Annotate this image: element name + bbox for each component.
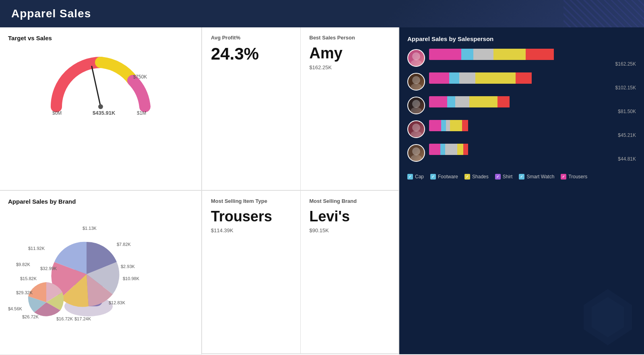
most-selling-item-label: Most Selling Item Type (211, 198, 291, 204)
avg-profit-label: Avg Profit% (211, 35, 291, 41)
avg-profit-card: Avg Profit% 24.3% (202, 27, 301, 190)
svg-point-27 (412, 100, 420, 108)
best-salesperson-name: Amy (310, 45, 390, 62)
bar-container: $162.25K (429, 49, 636, 67)
best-salesperson-card: Best Sales Person Amy $162.25K (301, 27, 399, 190)
left-panels: Target vs Sales $750K $0M (0, 27, 202, 354)
pie-chart-area: $1.13K $7.82K $10.98K $12.83K $2.93K $11… (8, 210, 193, 322)
pie-svg: $1.13K $7.82K $10.98K $12.83K $2.93K $11… (8, 210, 193, 322)
stacked-bar (429, 96, 636, 107)
svg-text:$7.82K: $7.82K (117, 242, 131, 247)
legend-label: Footware (438, 174, 458, 180)
salesperson-row: $102.15K (407, 72, 636, 91)
bar-segment (447, 96, 455, 107)
svg-point-30 (411, 131, 422, 137)
bar-segment (441, 120, 446, 131)
bar-segment (455, 96, 469, 107)
most-selling-item-sub: $114.39K (211, 227, 291, 233)
stacked-bar (429, 120, 636, 131)
svg-text:$26.72K: $26.72K (22, 314, 39, 319)
brand-sales-title: Apparel Sales by Brand (8, 198, 193, 205)
svg-text:$11.92K: $11.92K (28, 246, 45, 251)
bar-segment (429, 144, 440, 155)
svg-point-25 (412, 76, 420, 84)
bar-segment (469, 96, 497, 107)
svg-point-32 (411, 155, 422, 161)
svg-text:$750K: $750K (133, 74, 147, 80)
bar-segment (450, 120, 462, 131)
bar-segment (445, 144, 457, 155)
stacked-bar (429, 49, 636, 60)
bar-container: $102.15K (429, 72, 636, 91)
svg-point-28 (411, 107, 422, 114)
svg-point-23 (412, 52, 420, 60)
salesperson-value: $44.81K (429, 156, 636, 162)
legend-item: ✓Shades (464, 174, 489, 180)
right-panel: Apparel Sales by Salesperson $162.25K$10… (399, 27, 644, 354)
legend-item: ✓Trousers (561, 174, 587, 180)
legend: ✓Cap✓Footware✓Shades✓Shirt✓Smart Watch✓T… (407, 174, 636, 180)
avatar (407, 144, 425, 162)
legend-item: ✓Cap (407, 174, 424, 180)
legend-check: ✓ (495, 174, 501, 180)
svg-line-1 (92, 66, 101, 107)
bar-segment (526, 49, 554, 60)
bar-container: $45.21K (429, 120, 636, 138)
avatar (407, 97, 425, 114)
bar-segment (429, 120, 441, 131)
bar-segment (429, 49, 461, 60)
svg-point-2 (98, 104, 103, 109)
bar-segment (497, 96, 510, 107)
legend-item: ✓Shirt (495, 174, 513, 180)
salesperson-value: $45.21K (429, 132, 636, 138)
svg-text:$15.82K: $15.82K (20, 276, 37, 281)
target-vs-sales-title: Target vs Sales (8, 35, 193, 41)
salesperson-value: $162.25K (429, 61, 636, 67)
svg-text:$0M: $0M (52, 110, 62, 115)
legend-check: ✓ (407, 174, 413, 180)
app-title: Apparel Sales (11, 7, 91, 20)
svg-point-29 (412, 124, 420, 132)
salesperson-value: $81.50K (429, 109, 636, 114)
bar-segment (462, 120, 468, 131)
bar-segment (475, 72, 516, 84)
svg-text:$16.72K: $16.72K (56, 316, 73, 321)
bar-segment (449, 72, 459, 84)
legend-label: Shades (472, 174, 489, 180)
salesperson-list: $162.25K$102.15K$81.50K$45.21K$44.81K (407, 49, 636, 167)
most-selling-item-name: Trousers (211, 208, 291, 225)
most-selling-brand-label: Most Selling Brand (310, 198, 390, 204)
gauge-container: $750K $0M $1M $435.91K (8, 46, 193, 115)
bar-segment (493, 49, 526, 60)
bar-segment (463, 144, 468, 155)
salesperson-value: $102.15K (429, 85, 636, 91)
bar-container: $81.50K (429, 96, 636, 114)
legend-check: ✓ (464, 174, 470, 180)
app-header: Apparel Sales (0, 0, 644, 27)
legend-check: ✓ (561, 174, 566, 180)
salesperson-row: $162.25K (407, 49, 636, 67)
most-selling-brand-name: Levi's (310, 208, 390, 225)
legend-label: Smart Watch (526, 174, 554, 180)
salesperson-row: $44.81K (407, 144, 636, 162)
bar-segment (446, 120, 450, 131)
bar-segment (429, 96, 447, 107)
deco-figure (576, 285, 640, 351)
bar-segment (429, 72, 449, 84)
bar-segment (516, 72, 532, 84)
bar-container: $44.81K (429, 144, 636, 162)
gauge-svg: $750K $0M $1M $435.91K (44, 46, 157, 115)
svg-text:$2.93K: $2.93K (121, 264, 135, 269)
svg-text:$4.56K: $4.56K (8, 306, 23, 311)
middle-panels: Avg Profit% 24.3% Best Sales Person Amy … (202, 27, 399, 354)
bar-segment (457, 144, 463, 155)
svg-text:$1M: $1M (137, 110, 146, 115)
legend-check: ✓ (430, 174, 436, 180)
avatar (407, 49, 425, 67)
legend-label: Shirt (503, 174, 513, 180)
salesperson-title: Apparel Sales by Salesperson (407, 35, 636, 42)
salesperson-row: $81.50K (407, 96, 636, 114)
svg-point-24 (411, 60, 422, 66)
bar-segment (440, 144, 445, 155)
svg-text:$12.83K: $12.83K (109, 300, 126, 305)
